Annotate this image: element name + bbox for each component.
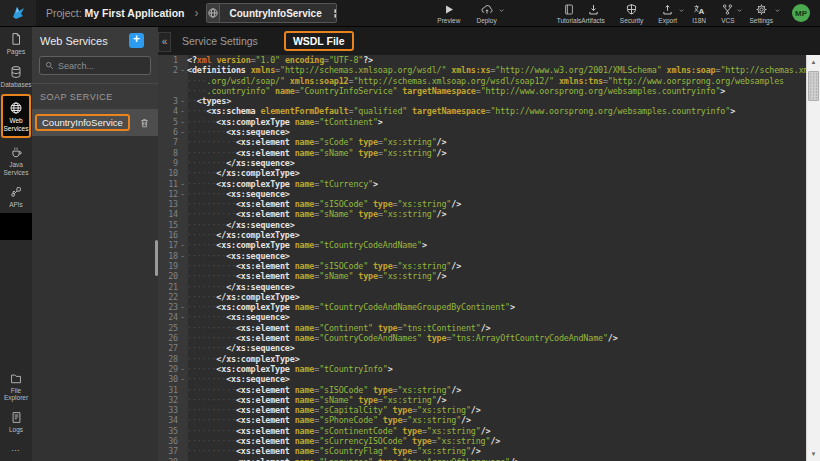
code-line: 15········</xs:sequence> [158,220,806,230]
settings-button[interactable]: Settings [750,3,774,24]
tutorials-button[interactable]: Tutorials [557,3,582,24]
code-line: 25··········<xs:element name="Continent"… [158,323,806,333]
line-number: 34 [158,415,178,425]
grid-icon[interactable] [331,8,338,19]
security-button[interactable]: Security [620,3,643,24]
code-line: 9········</xs:sequence> [158,158,806,168]
sidebar-more-button[interactable]: … [0,437,32,461]
sidebar-item-label: Databases [0,81,31,89]
code-line: 20··········<xs:element name="sName" typ… [158,271,806,281]
code-text: ··<types> [187,96,231,106]
editor-area: « Service Settings WSDL File 1<?xml vers… [158,27,820,461]
code-text: ··········<xs:element name="Continent" t… [187,323,490,333]
document-tab-title: CountryInfoService [220,8,330,19]
collapse-panel-button[interactable]: « [158,32,171,52]
line-number: 25 [158,323,178,333]
code-line: 2-<definitions xmlns="http://schemas.xml… [158,65,806,75]
code-text: <?xml version="1.0" encoding="UTF-8"?> [187,55,373,65]
i18n-label: I18N [692,17,706,24]
tab-service-settings[interactable]: Service Settings [182,35,258,47]
code-rows[interactable]: 1<?xml version="1.0" encoding="UTF-8"?>2… [158,55,806,461]
panel-header: Web Services + [32,27,158,52]
scrollbar-thumb[interactable] [808,71,819,101]
line-number: 5 [158,117,178,127]
code-line: 37··········<xs:element name="sCountryFl… [158,446,806,456]
sidebar-item-web-services[interactable]: Web Services [1,94,31,138]
app-logo[interactable] [0,0,36,26]
fold-marker-icon[interactable]: - [178,302,187,312]
line-number: 3 [158,96,178,106]
shield-icon [625,3,638,16]
chevron-down-icon[interactable] [774,7,781,14]
coffee-icon [9,145,23,159]
code-line: ····.org/wsdl/soap/" xmlns:soap12="http:… [158,76,806,86]
tab-wsdl-file[interactable]: WSDL File [284,31,354,51]
top-bar: Project: My First Application › CountryI… [0,0,820,27]
line-number: 2 [158,65,178,75]
document-tab[interactable]: CountryInfoService [206,3,337,23]
line-number: 1 [158,55,178,65]
chevron-down-icon[interactable] [498,7,505,14]
vcs-label: VCS [721,17,734,24]
chevron-down-icon[interactable] [678,7,685,14]
search-input[interactable] [58,61,138,71]
fold-marker-icon[interactable]: - [178,127,187,137]
code-text: <definitions xmlns="http://schemas.xmlso… [187,65,806,75]
fold-marker-icon[interactable]: - [178,374,187,384]
sidebar-item-pages[interactable]: Pages [0,27,32,60]
scroll-down-arrow[interactable]: ▼ [807,451,820,457]
code-line: 7··········<xs:element name="sCode" type… [158,137,806,147]
fold-marker-icon[interactable]: - [178,106,187,116]
line-number: 22 [158,292,178,302]
book-icon [563,3,575,16]
artifacts-button[interactable]: Artifacts [581,3,604,24]
line-number: 29 [158,364,178,374]
line-number: 12 [158,189,178,199]
code-text: ··········<xs:element name="sISOCode" ty… [187,385,461,395]
preview-button[interactable]: Preview [437,3,460,24]
code-text: ······<xs:complexType name="tCountryCode… [187,240,427,250]
fold-marker-icon[interactable]: - [178,364,187,374]
connector-icon [9,185,23,199]
fold-marker-icon[interactable]: - [178,251,187,261]
code-text: ··········<xs:element name="Languages" t… [187,457,520,461]
code-line: 17-······<xs:complexType name="tCountryC… [158,240,806,250]
search-box[interactable] [39,56,151,75]
sidebar-item-java-services[interactable]: Java Services [0,140,32,180]
editor-scrollbar[interactable]: ▲ ▼ [806,55,820,461]
code-line: 12-········<xs:sequence> [158,189,806,199]
deploy-button[interactable]: Deploy [476,3,496,24]
i18n-button[interactable]: A I18N [692,3,706,24]
fold-marker-icon[interactable]: - [178,117,187,127]
fold-marker-icon[interactable]: - [178,96,187,106]
sidebar-item-label: Web Services [3,117,29,132]
tutorials-label: Tutorials [557,17,582,24]
code-line: 1<?xml version="1.0" encoding="UTF-8"?> [158,55,806,65]
code-line: 27········</xs:sequence> [158,343,806,353]
add-service-button[interactable]: + [129,33,144,48]
fold-marker-icon[interactable]: - [178,189,187,199]
search-icon [45,61,54,70]
sidebar-item-file-explorer[interactable]: File Explorer [0,367,32,406]
scroll-up-arrow[interactable]: ▲ [807,59,820,65]
service-list-item[interactable]: CountryInfoService [32,109,158,136]
fold-marker-icon[interactable]: - [178,179,187,189]
vcs-button[interactable]: VCS [721,3,734,24]
logo-bird-icon [8,3,28,23]
chevron-down-icon[interactable] [736,7,743,14]
trash-icon[interactable] [139,117,150,129]
user-avatar[interactable]: MP [792,4,810,22]
code-line: 32··········<xs:element name="sName" typ… [158,395,806,405]
fold-marker-icon[interactable]: - [178,240,187,250]
sidebar-item-logs[interactable]: Logs [0,406,32,438]
fold-marker-icon[interactable]: - [178,312,187,322]
sidebar-item-apis[interactable]: APIs [0,180,32,213]
service-item-label[interactable]: CountryInfoService [35,114,130,131]
sidebar-item-databases[interactable]: Databases [0,60,32,93]
fold-marker-icon[interactable]: - [178,65,187,75]
line-number: 9 [158,158,178,168]
project-name[interactable]: My First Application [85,7,185,19]
export-button[interactable]: Export [658,3,677,24]
code-line: 26··········<xs:element name="CountryCod… [158,333,806,343]
settings-label: Settings [750,17,774,24]
